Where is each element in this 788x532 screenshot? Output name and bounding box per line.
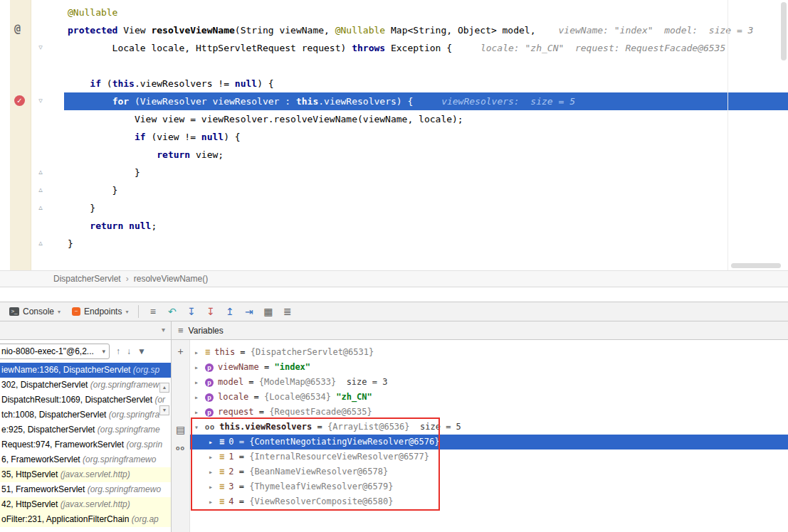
scroll-down-icon[interactable]: ▼ (159, 405, 169, 415)
chevron-down-icon[interactable]: ▾ (194, 420, 205, 435)
frame-package: (org.sprin (126, 440, 162, 449)
variables-menu-icon[interactable]: ≡ (178, 325, 184, 336)
variable-name: 3 (228, 479, 233, 494)
more-options-icon[interactable]: ≣ (278, 302, 297, 321)
watch-icon: oo (205, 423, 215, 432)
frame-package: (org.springframe (98, 425, 160, 435)
force-step-into-icon[interactable]: ↧ (201, 302, 220, 321)
tab-endpoints-label: Endpoints (84, 307, 122, 316)
chevron-right-icon[interactable]: ▸ (194, 360, 205, 375)
show-execution-point-icon[interactable]: ↶ (162, 302, 182, 321)
scroll-up-icon[interactable]: ▲ (159, 383, 169, 393)
chevron-right-icon[interactable]: ▸ (194, 375, 205, 390)
inline-debug-hint: viewResolvers: size = 5 (441, 96, 575, 107)
settings-menu-icon[interactable]: ≡ (143, 302, 162, 321)
stack-frames-list: iewName:1366, DispatcherServlet (org.sp3… (0, 363, 171, 527)
tab-console[interactable]: >_ Console ▾ (4, 302, 66, 321)
run-to-cursor-icon[interactable]: ⇥ (239, 302, 258, 321)
value-icon: ≡ (219, 464, 224, 479)
code-line: } (64, 164, 788, 181)
equals-sign: = (233, 494, 249, 509)
variable-row[interactable]: ▸prequest = {RequestFacade@6535} (190, 405, 788, 420)
frame-up-icon[interactable]: ↑ (116, 346, 120, 356)
variable-row[interactable]: ▸≡0 = {ContentNegotiatingViewResolver@65… (190, 435, 788, 449)
breadcrumb: DispatcherServlet › resolveViewName() (0, 270, 788, 287)
breadcrumb-class[interactable]: DispatcherServlet (53, 274, 121, 284)
code-line: return null; (64, 217, 788, 235)
frame-location: 42, HttpServlet (1, 499, 61, 509)
stack-frame-row[interactable]: 302, DispatcherServlet (org.springframew (0, 378, 171, 393)
chevron-down-icon[interactable]: ▾ (125, 309, 128, 315)
fold-gutter: ▿▿▵▵▵▵ (0, 0, 64, 270)
fold-down-icon[interactable]: ▿ (36, 43, 46, 53)
stack-frame-row[interactable]: iewName:1366, DispatcherServlet (org.sp (0, 363, 171, 378)
stack-frame-row[interactable]: 35, HttpServlet (javax.servlet.http) (0, 467, 171, 482)
thread-selector[interactable]: nio-8080-exec-1"@6,2... ▾ (0, 344, 110, 359)
variable-row[interactable]: ▸≡this = {DispatcherServlet@6531} (190, 345, 788, 360)
fold-up-icon[interactable]: ▵ (36, 203, 46, 213)
chevron-right-icon[interactable]: ▸ (209, 449, 219, 464)
chevron-right-icon[interactable]: ▸ (209, 479, 219, 494)
fold-up-icon[interactable]: ▵ (36, 186, 46, 195)
variable-row[interactable]: ▸≡3 = {ThymeleafViewResolver@6579} (190, 479, 788, 494)
panel-headers: ▾ ≡ Variables (0, 321, 788, 340)
breadcrumb-method[interactable]: resolveViewName() (134, 274, 208, 284)
fold-up-icon[interactable]: ▵ (36, 168, 46, 177)
variable-value: {DispatcherServlet@6531} (251, 345, 374, 360)
chevron-right-icon[interactable]: ▸ (209, 464, 219, 479)
variable-row[interactable]: ▸pmodel = {ModelMap@6533} size = 3 (190, 375, 788, 390)
fold-up-icon[interactable]: ▵ (36, 239, 46, 248)
stack-frame-row[interactable]: Request:974, FrameworkServlet (org.sprin (0, 437, 171, 452)
frame-down-icon[interactable]: ↓ (127, 346, 131, 356)
frame-location: tch:1008, DispatcherServlet (1, 410, 109, 420)
variable-row[interactable]: ▸≡2 = {BeanNameViewResolver@6578} (190, 464, 788, 479)
stack-frame-row[interactable]: 51, FrameworkServlet (org.springframewo (0, 482, 171, 497)
add-watch-icon[interactable]: + (172, 346, 189, 357)
evaluate-expression-icon[interactable]: ▦ (258, 302, 278, 321)
chevron-right-icon[interactable]: ▸ (209, 435, 219, 449)
variable-row[interactable]: ▾oothis.viewResolvers = {ArrayList@6536}… (190, 420, 788, 435)
variable-row[interactable]: ▸≡1 = {InternalResourceViewResolver@6577… (190, 449, 788, 464)
editor-horizontal-scrollbar[interactable] (731, 263, 781, 268)
equals-sign: = (233, 449, 249, 464)
variable-value: {ViewResolverComposite@6580} (249, 494, 393, 509)
copy-stack-icon[interactable]: ▤ (172, 424, 189, 435)
frames-panel: nio-8080-exec-1"@6,2... ▾ ↑ ↓ ▼ iewName:… (0, 340, 172, 532)
equals-sign: = (259, 360, 275, 375)
frame-package: (or (154, 395, 165, 405)
variable-name: viewName (218, 360, 259, 375)
chevron-right-icon[interactable]: ▸ (209, 494, 219, 509)
chevron-right-icon[interactable]: ▸ (194, 405, 205, 420)
variable-value: "index" (274, 360, 310, 375)
stack-frame-row[interactable]: tch:1008, DispatcherServlet (org.springf… (0, 408, 171, 422)
stack-frame-row[interactable]: e:925, DispatcherServlet (org.springfram… (0, 422, 171, 437)
variable-value: {BeanNameViewResolver@6578} (249, 464, 388, 479)
stack-frame-row[interactable]: 42, HttpServlet (javax.servlet.http) (0, 497, 171, 512)
variable-row[interactable]: ▸pviewName = "index" (190, 360, 788, 375)
right-margin-guide (727, 0, 728, 270)
frame-package: (org.sp (133, 365, 159, 375)
hide-panel-icon[interactable]: ▾ (162, 326, 165, 334)
code-line: protected View resolveViewName(String vi… (64, 21, 788, 39)
variable-row[interactable]: ▸≡4 = {ViewResolverComposite@6580} (190, 494, 788, 509)
tab-endpoints[interactable]: ~ Endpoints ▾ (66, 302, 134, 321)
debug-toolbar: >_ Console ▾ ~ Endpoints ▾ ≡↶↧↧↥⇥▦≣ (0, 302, 788, 321)
stack-frame-row[interactable]: oFilter:231, ApplicationFilterChain (org… (0, 512, 171, 527)
variables-panel: ▸≡this = {DispatcherServlet@6531}▸pviewN… (190, 340, 788, 532)
filter-icon[interactable]: ▼ (137, 346, 146, 356)
chevron-right-icon[interactable]: ▸ (194, 345, 205, 360)
editor-vertical-scrollbar[interactable] (781, 2, 787, 60)
step-out-icon[interactable]: ↥ (220, 302, 239, 321)
frame-package: (org.springframewo (88, 484, 161, 494)
code-line: if (this.viewResolvers != null) { (64, 75, 788, 92)
variable-row[interactable]: ▸plocale = {Locale@6534} "zh_CN" (190, 390, 788, 405)
frame-location: iewName:1366, DispatcherServlet (1, 365, 133, 375)
watches-icon[interactable]: oo (172, 444, 189, 452)
chevron-down-icon[interactable]: ▾ (58, 309, 61, 315)
chevron-right-icon[interactable]: ▸ (194, 390, 205, 405)
debugger-panels: nio-8080-exec-1"@6,2... ▾ ↑ ↓ ▼ iewName:… (0, 340, 788, 532)
stack-frame-row[interactable]: 6, FrameworkServlet (org.springframewo (0, 452, 171, 467)
stack-frame-row[interactable]: DispatchResult:1069, DispatcherServlet (… (0, 393, 171, 408)
step-into-icon[interactable]: ↧ (182, 302, 201, 321)
fold-down-icon[interactable]: ▿ (36, 97, 46, 106)
